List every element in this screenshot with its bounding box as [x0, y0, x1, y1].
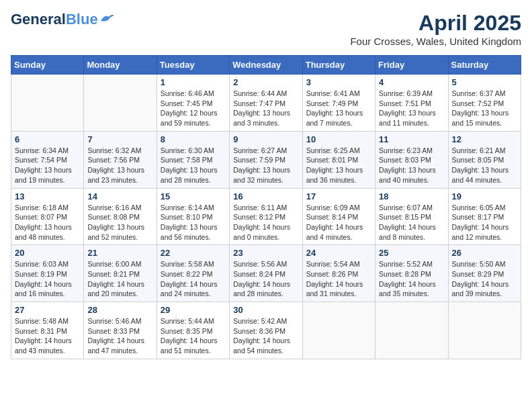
weekday-header-friday: Friday: [375, 56, 448, 75]
day-number: 21: [87, 248, 152, 258]
weekday-header-tuesday: Tuesday: [157, 56, 229, 75]
day-info: Sunrise: 6:37 AMSunset: 7:52 PMDaylight:…: [452, 89, 517, 128]
calendar-table: SundayMondayTuesdayWednesdayThursdayFrid…: [11, 55, 521, 359]
day-info: Sunrise: 6:18 AMSunset: 8:07 PMDaylight:…: [15, 203, 80, 242]
logo: General Blue: [11, 11, 114, 28]
day-info: Sunrise: 5:56 AMSunset: 8:24 PMDaylight:…: [233, 259, 298, 299]
day-number: 12: [452, 134, 517, 144]
day-info: Sunrise: 6:11 AMSunset: 8:12 PMDaylight:…: [233, 203, 298, 242]
calendar-header-row: SundayMondayTuesdayWednesdayThursdayFrid…: [11, 56, 521, 75]
calendar-cell: 29Sunrise: 5:44 AMSunset: 8:35 PMDayligh…: [157, 302, 229, 359]
day-info: Sunrise: 6:00 AMSunset: 8:21 PMDaylight:…: [87, 259, 152, 299]
day-number: 14: [87, 191, 152, 201]
day-info: Sunrise: 6:16 AMSunset: 8:08 PMDaylight:…: [87, 203, 152, 242]
calendar-cell: 21Sunrise: 6:00 AMSunset: 8:21 PMDayligh…: [84, 245, 157, 302]
day-info: Sunrise: 5:46 AMSunset: 8:33 PMDaylight:…: [87, 316, 152, 356]
day-info: Sunrise: 6:09 AMSunset: 8:14 PMDaylight:…: [306, 203, 371, 242]
calendar-cell: 12Sunrise: 6:21 AMSunset: 8:05 PMDayligh…: [448, 131, 521, 188]
calendar-cell: [375, 302, 448, 359]
day-info: Sunrise: 6:46 AMSunset: 7:45 PMDaylight:…: [161, 89, 226, 128]
calendar-cell: 22Sunrise: 5:58 AMSunset: 8:22 PMDayligh…: [157, 245, 229, 302]
day-number: 11: [379, 134, 444, 144]
day-number: 18: [379, 191, 444, 201]
calendar-cell: 11Sunrise: 6:23 AMSunset: 8:03 PMDayligh…: [375, 131, 448, 188]
calendar-cell: [11, 75, 84, 132]
day-info: Sunrise: 5:54 AMSunset: 8:26 PMDaylight:…: [306, 259, 371, 299]
day-info: Sunrise: 5:48 AMSunset: 8:31 PMDaylight:…: [15, 316, 80, 356]
day-info: Sunrise: 6:14 AMSunset: 8:10 PMDaylight:…: [161, 203, 226, 242]
day-number: 16: [233, 191, 298, 201]
calendar-cell: 27Sunrise: 5:48 AMSunset: 8:31 PMDayligh…: [11, 302, 84, 359]
day-number: 9: [233, 134, 298, 144]
day-number: 2: [233, 77, 298, 87]
calendar-cell: 3Sunrise: 6:41 AMSunset: 7:49 PMDaylight…: [302, 75, 375, 132]
day-number: 28: [87, 305, 152, 315]
calendar-cell: 2Sunrise: 6:44 AMSunset: 7:47 PMDaylight…: [230, 75, 302, 132]
calendar-week-row: 1Sunrise: 6:46 AMSunset: 7:45 PMDaylight…: [11, 75, 521, 132]
calendar-week-row: 13Sunrise: 6:18 AMSunset: 8:07 PMDayligh…: [11, 188, 521, 245]
day-info: Sunrise: 6:27 AMSunset: 7:59 PMDaylight:…: [233, 146, 298, 185]
calendar-cell: 26Sunrise: 5:50 AMSunset: 8:29 PMDayligh…: [448, 245, 521, 302]
day-info: Sunrise: 6:34 AMSunset: 7:54 PMDaylight:…: [15, 146, 80, 185]
calendar-cell: 14Sunrise: 6:16 AMSunset: 8:08 PMDayligh…: [84, 188, 157, 245]
calendar-cell: 23Sunrise: 5:56 AMSunset: 8:24 PMDayligh…: [230, 245, 302, 302]
day-info: Sunrise: 6:05 AMSunset: 8:17 PMDaylight:…: [452, 203, 517, 242]
day-info: Sunrise: 6:41 AMSunset: 7:49 PMDaylight:…: [306, 89, 371, 128]
calendar-cell: 1Sunrise: 6:46 AMSunset: 7:45 PMDaylight…: [157, 75, 229, 132]
calendar-cell: 7Sunrise: 6:32 AMSunset: 7:56 PMDaylight…: [84, 131, 157, 188]
day-info: Sunrise: 6:32 AMSunset: 7:56 PMDaylight:…: [87, 146, 152, 185]
day-number: 30: [233, 305, 298, 315]
calendar-cell: 9Sunrise: 6:27 AMSunset: 7:59 PMDaylight…: [230, 131, 302, 188]
calendar-cell: 16Sunrise: 6:11 AMSunset: 8:12 PMDayligh…: [230, 188, 302, 245]
day-info: Sunrise: 6:44 AMSunset: 7:47 PMDaylight:…: [233, 89, 298, 128]
day-info: Sunrise: 6:25 AMSunset: 8:01 PMDaylight:…: [306, 146, 371, 185]
day-number: 8: [161, 134, 226, 144]
day-info: Sunrise: 6:07 AMSunset: 8:15 PMDaylight:…: [379, 203, 444, 242]
day-number: 24: [306, 248, 371, 258]
page-header: General Blue April 2025 Four Crosses, Wa…: [11, 11, 521, 47]
logo-general: General: [11, 11, 66, 28]
day-info: Sunrise: 5:58 AMSunset: 8:22 PMDaylight:…: [161, 259, 226, 299]
day-number: 5: [452, 77, 517, 87]
calendar-cell: 4Sunrise: 6:39 AMSunset: 7:51 PMDaylight…: [375, 75, 448, 132]
day-number: 25: [379, 248, 444, 258]
calendar-cell: 25Sunrise: 5:52 AMSunset: 8:28 PMDayligh…: [375, 245, 448, 302]
title-block: April 2025 Four Crosses, Wales, United K…: [350, 11, 521, 47]
calendar-cell: 13Sunrise: 6:18 AMSunset: 8:07 PMDayligh…: [11, 188, 84, 245]
day-info: Sunrise: 6:03 AMSunset: 8:19 PMDaylight:…: [15, 259, 80, 299]
calendar-cell: 6Sunrise: 6:34 AMSunset: 7:54 PMDaylight…: [11, 131, 84, 188]
weekday-header-thursday: Thursday: [302, 56, 375, 75]
day-info: Sunrise: 6:30 AMSunset: 7:58 PMDaylight:…: [161, 146, 226, 185]
calendar-week-row: 6Sunrise: 6:34 AMSunset: 7:54 PMDaylight…: [11, 131, 521, 188]
calendar-cell: 15Sunrise: 6:14 AMSunset: 8:10 PMDayligh…: [157, 188, 229, 245]
calendar-cell: 20Sunrise: 6:03 AMSunset: 8:19 PMDayligh…: [11, 245, 84, 302]
calendar-cell: 5Sunrise: 6:37 AMSunset: 7:52 PMDaylight…: [448, 75, 521, 132]
day-number: 20: [15, 248, 80, 258]
weekday-header-monday: Monday: [84, 56, 157, 75]
calendar-cell: 30Sunrise: 5:42 AMSunset: 8:36 PMDayligh…: [230, 302, 302, 359]
day-number: 10: [306, 134, 371, 144]
weekday-header-sunday: Sunday: [11, 56, 84, 75]
day-number: 17: [306, 191, 371, 201]
calendar-cell: 10Sunrise: 6:25 AMSunset: 8:01 PMDayligh…: [302, 131, 375, 188]
logo-blue: Blue: [66, 11, 98, 28]
weekday-header-wednesday: Wednesday: [230, 56, 302, 75]
calendar-cell: 19Sunrise: 6:05 AMSunset: 8:17 PMDayligh…: [448, 188, 521, 245]
day-info: Sunrise: 5:50 AMSunset: 8:29 PMDaylight:…: [452, 259, 517, 299]
page-subtitle: Four Crosses, Wales, United Kingdom: [350, 36, 521, 47]
calendar-cell: [302, 302, 375, 359]
day-info: Sunrise: 5:44 AMSunset: 8:35 PMDaylight:…: [161, 316, 226, 356]
calendar-cell: 17Sunrise: 6:09 AMSunset: 8:14 PMDayligh…: [302, 188, 375, 245]
day-number: 13: [15, 191, 80, 201]
day-number: 23: [233, 248, 298, 258]
day-number: 6: [15, 134, 80, 144]
day-info: Sunrise: 5:42 AMSunset: 8:36 PMDaylight:…: [233, 316, 298, 356]
calendar-cell: 28Sunrise: 5:46 AMSunset: 8:33 PMDayligh…: [84, 302, 157, 359]
day-info: Sunrise: 6:21 AMSunset: 8:05 PMDaylight:…: [452, 146, 517, 185]
day-number: 19: [452, 191, 517, 201]
day-number: 22: [161, 248, 226, 258]
calendar-cell: 24Sunrise: 5:54 AMSunset: 8:26 PMDayligh…: [302, 245, 375, 302]
day-info: Sunrise: 5:52 AMSunset: 8:28 PMDaylight:…: [379, 259, 444, 299]
page-title: April 2025: [350, 11, 521, 36]
calendar-cell: 18Sunrise: 6:07 AMSunset: 8:15 PMDayligh…: [375, 188, 448, 245]
